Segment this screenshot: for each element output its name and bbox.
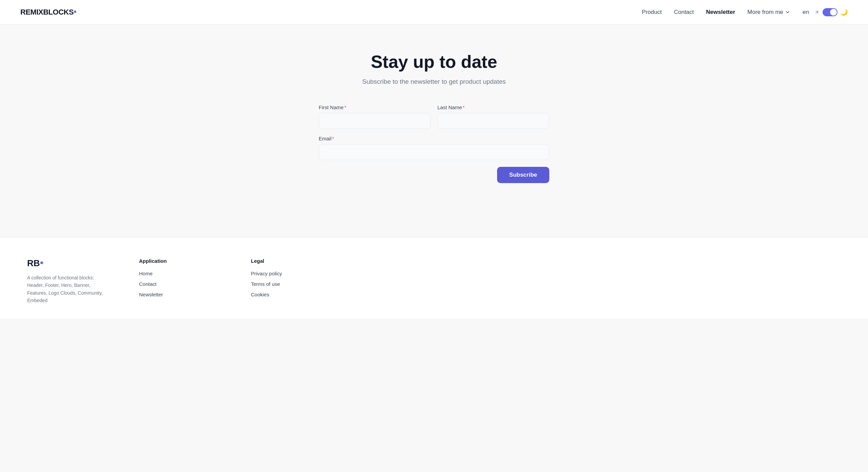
last-name-label: Last Name*: [437, 104, 549, 110]
footer-application-links: Home Contact Newsletter: [139, 271, 237, 297]
email-group: Email*: [319, 136, 549, 160]
footer: RB A collection of functional blocks: He…: [0, 237, 868, 318]
email-required: *: [332, 136, 334, 141]
footer-application-section: Application Home Contact Newsletter: [139, 258, 237, 304]
footer-description: A collection of functional blocks: Heade…: [27, 274, 108, 304]
language-button[interactable]: en: [803, 9, 809, 16]
first-name-label: First Name*: [319, 104, 431, 110]
footer-logo-dot: [40, 261, 43, 264]
logo-text: REMIXBLOCKS: [20, 8, 76, 17]
logo-dot: [74, 11, 76, 13]
nav-right: en ☀ 🌙: [803, 8, 848, 16]
page-subtitle: Subscribe to the newsletter to get produ…: [362, 78, 506, 85]
main-content: Stay up to date Subscribe to the newslet…: [0, 24, 868, 203]
last-name-input[interactable]: [437, 113, 549, 129]
subscribe-button[interactable]: Subscribe: [497, 167, 549, 183]
form-actions: Subscribe: [319, 167, 549, 183]
nav-contact[interactable]: Contact: [674, 9, 694, 16]
last-name-group: Last Name*: [437, 104, 549, 129]
theme-toggle: ☀ 🌙: [814, 8, 848, 16]
footer-legal-section: Legal Privacy policy Terms of use Cookie…: [251, 258, 349, 304]
footer-link-newsletter[interactable]: Newsletter: [139, 292, 237, 297]
footer-logo: RB: [27, 258, 125, 269]
name-row: First Name* Last Name*: [319, 104, 549, 129]
footer-link-contact[interactable]: Contact: [139, 281, 237, 287]
footer-grid: RB A collection of functional blocks: He…: [27, 258, 461, 304]
footer-link-cookies[interactable]: Cookies: [251, 292, 349, 297]
moon-icon: 🌙: [840, 8, 848, 16]
nav-links: Product Contact Newsletter More from me: [642, 9, 790, 16]
nav-product[interactable]: Product: [642, 9, 662, 16]
dark-mode-toggle[interactable]: [823, 8, 837, 16]
nav-newsletter[interactable]: Newsletter: [706, 9, 735, 16]
first-name-input[interactable]: [319, 113, 431, 129]
toggle-knob: [830, 9, 837, 16]
nav-more-label: More from me: [747, 9, 783, 16]
logo[interactable]: REMIXBLOCKS: [20, 8, 76, 17]
first-name-required: *: [344, 104, 346, 110]
email-label: Email*: [319, 136, 549, 141]
footer-link-terms[interactable]: Terms of use: [251, 281, 349, 287]
footer-legal-links: Privacy policy Terms of use Cookies: [251, 271, 349, 297]
navbar: REMIXBLOCKS Product Contact Newsletter M…: [0, 0, 868, 24]
footer-empty-col: [363, 258, 461, 304]
chevron-down-icon: [785, 9, 790, 15]
footer-link-home[interactable]: Home: [139, 271, 237, 276]
sun-icon: ☀: [814, 8, 820, 16]
footer-legal-title: Legal: [251, 258, 349, 264]
footer-application-title: Application: [139, 258, 237, 264]
email-input[interactable]: [319, 144, 549, 160]
footer-link-privacy[interactable]: Privacy policy: [251, 271, 349, 276]
nav-more-dropdown[interactable]: More from me: [747, 9, 790, 16]
first-name-group: First Name*: [319, 104, 431, 129]
newsletter-form: First Name* Last Name* Email* Subscribe: [319, 104, 549, 183]
page-title: Stay up to date: [371, 52, 497, 72]
last-name-required: *: [463, 104, 465, 110]
footer-brand: RB A collection of functional blocks: He…: [27, 258, 125, 304]
